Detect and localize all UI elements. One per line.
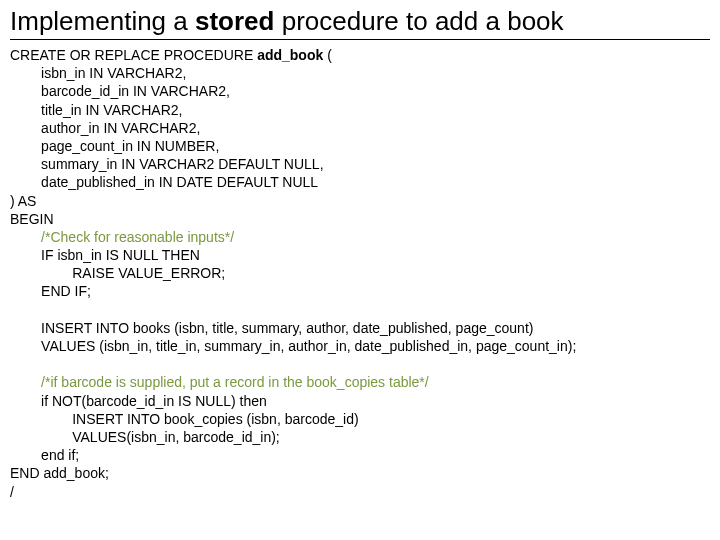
code-line-16: VALUES (isbn_in, title_in, summary_in, a… [10, 338, 576, 354]
code-line-13: RAISE VALUE_ERROR; [10, 265, 225, 281]
code-line-21: end if; [10, 447, 79, 463]
code-comment-1: /*Check for reasonable inputs*/ [10, 229, 234, 245]
code-line-19: INSERT INTO book_copies (isbn, barcode_i… [10, 411, 359, 427]
code-line-9: ) AS [10, 193, 36, 209]
code-line-7: summary_in IN VARCHAR2 DEFAULT NULL, [10, 156, 324, 172]
code-line-10: BEGIN [10, 211, 54, 227]
title-seg3: procedure to add a book [274, 6, 563, 36]
code-line-5: author_in IN VARCHAR2, [10, 120, 200, 136]
code-line-22: END add_book; [10, 465, 109, 481]
code-line-15: INSERT INTO books (isbn, title, summary,… [10, 320, 533, 336]
code-line-12: IF isbn_in IS NULL THEN [10, 247, 200, 263]
code-line-23: / [10, 484, 14, 500]
code-block: CREATE OR REPLACE PROCEDURE add_book ( i… [10, 46, 710, 501]
code-line-3: barcode_id_in IN VARCHAR2, [10, 83, 230, 99]
code-comment-2: /*if barcode is supplied, put a record i… [10, 374, 429, 390]
code-line-6: page_count_in IN NUMBER, [10, 138, 219, 154]
title-seg2: stored [195, 6, 274, 36]
code-line-1c: ( [323, 47, 332, 63]
code-line-18: if NOT(barcode_id_in IS NULL) then [10, 393, 267, 409]
code-line-14: END IF; [10, 283, 91, 299]
title-seg1: Implementing a [10, 6, 195, 36]
code-line-2: isbn_in IN VARCHAR2, [10, 65, 186, 81]
code-line-1a: CREATE OR REPLACE PROCEDURE [10, 47, 257, 63]
code-line-8: date_published_in IN DATE DEFAULT NULL [10, 174, 318, 190]
code-line-4: title_in IN VARCHAR2, [10, 102, 182, 118]
slide-title: Implementing a stored procedure to add a… [10, 6, 710, 40]
code-line-1b: add_book [257, 47, 323, 63]
code-line-20: VALUES(isbn_in, barcode_id_in); [10, 429, 280, 445]
